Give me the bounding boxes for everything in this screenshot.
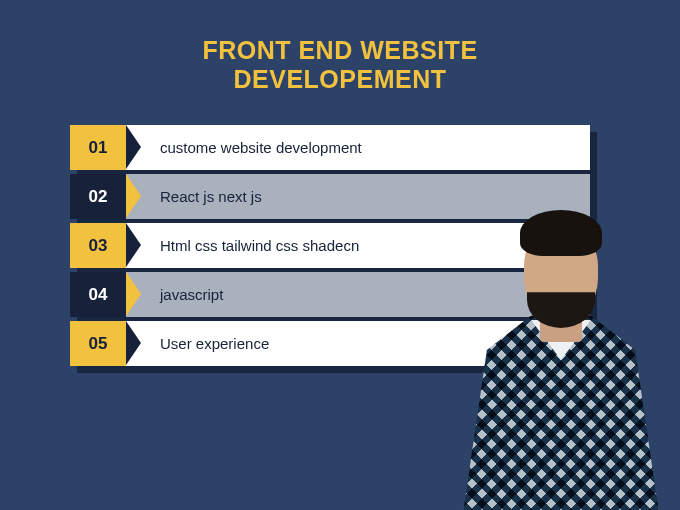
list-item: 01 custome website development <box>70 125 590 170</box>
item-number: 01 <box>70 125 126 170</box>
item-number: 05 <box>70 321 126 366</box>
hair <box>520 210 602 256</box>
person-photo <box>456 210 666 510</box>
item-number: 02 <box>70 174 126 219</box>
title-line-1: FRONT END WEBSITE <box>0 36 680 65</box>
title-line-2: DEVELOPEMENT <box>0 65 680 94</box>
page-title: FRONT END WEBSITE DEVELOPEMENT <box>0 0 680 94</box>
item-label: custome website development <box>126 125 590 170</box>
item-number: 03 <box>70 223 126 268</box>
item-number: 04 <box>70 272 126 317</box>
